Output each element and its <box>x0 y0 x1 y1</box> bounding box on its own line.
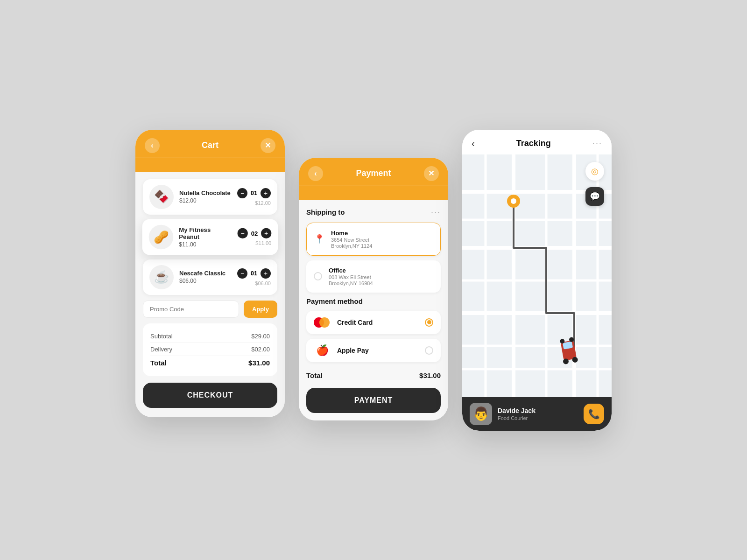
office-radio <box>314 272 322 280</box>
payment-back-icon: ‹ <box>314 169 317 178</box>
nutella-increase-button[interactable]: + <box>261 188 271 198</box>
address-home-card[interactable]: 📍 Home 3654 New Street Brooklyn,NY 1124 <box>306 223 441 256</box>
cart-header: ‹ Cart ✕ <box>135 130 285 172</box>
nescafe-image: ☕ <box>149 265 174 289</box>
peanut-info: My Fitness Peanut $11.00 <box>179 226 232 247</box>
apple-pay-radio <box>425 346 433 355</box>
home-addr-info: Home 3654 New Street Brooklyn,NY 1124 <box>331 230 433 249</box>
credit-card-method[interactable]: Credit Card <box>306 311 441 334</box>
cart-screen: ‹ Cart ✕ 🍫 Nutella Chocolate $12.00 − <box>135 130 285 417</box>
call-courier-button[interactable]: 📞 <box>584 404 604 424</box>
tracking-back-button[interactable]: ‹ <box>472 138 475 149</box>
apple-pay-label: Apple Pay <box>337 347 418 354</box>
call-icon: 📞 <box>588 408 600 420</box>
promo-row: Apply <box>143 301 277 318</box>
map-chat-button[interactable]: 💬 <box>585 187 604 206</box>
payment-body: Shipping to ··· 📍 Home 3654 New Street B… <box>299 200 448 420</box>
svg-point-14 <box>511 198 516 204</box>
peanut-total: $11.00 <box>255 240 271 246</box>
payment-button[interactable]: PAYMENT <box>306 388 441 413</box>
cart-summary: Subtotal $29.00 Delivery $02.00 Total $3… <box>143 323 277 376</box>
mastercard-icon <box>314 317 331 328</box>
home-addr-name: Home <box>331 230 433 237</box>
home-pin-icon: 📍 <box>314 234 324 244</box>
peanut-qty: 02 <box>251 230 258 237</box>
nescafe-decrease-button[interactable]: − <box>237 268 247 279</box>
apple-pay-method[interactable]: 🍎 Apple Pay <box>306 339 441 362</box>
payment-back-button[interactable]: ‹ <box>308 166 323 181</box>
payment-close-button[interactable]: ✕ <box>424 166 439 181</box>
total-row: Total $31.00 <box>150 356 270 370</box>
shipping-dots-button[interactable]: ··· <box>431 207 441 217</box>
map-location-button[interactable]: ◎ <box>585 162 604 181</box>
nutella-name: Nutella Chocolate <box>179 189 232 196</box>
nutella-decrease-button[interactable]: − <box>237 188 247 198</box>
nutella-qty: 01 <box>250 189 258 196</box>
tracking-screen: ‹ Tracking ··· <box>462 130 612 431</box>
payment-method-title: Payment method <box>306 297 363 305</box>
nutella-info: Nutella Chocolate $12.00 <box>179 189 232 204</box>
office-addr-info: Office 008 Wax Eli Street Brooklyn,NY 16… <box>329 267 433 286</box>
courier-bar: 👨 Davide Jack Food Courier 📞 <box>462 397 612 431</box>
nescafe-info: Nescafe Classic $06.00 <box>179 270 232 284</box>
courier-info: Davide Jack Food Courier <box>498 407 578 421</box>
office-addr-line1: 008 Wax Eli Street <box>329 274 433 280</box>
delivery-label: Delivery <box>150 346 172 353</box>
nutella-image: 🍫 <box>149 185 174 209</box>
close-icon: ✕ <box>265 141 271 150</box>
shipping-section-header: Shipping to ··· <box>306 207 441 217</box>
home-addr-line2: Brooklyn,NY 1124 <box>331 243 433 249</box>
delivery-value: $02.00 <box>251 346 270 353</box>
cart-body: 🍫 Nutella Chocolate $12.00 − 01 + $12.00… <box>135 172 285 417</box>
cart-back-button[interactable]: ‹ <box>145 138 160 153</box>
payment-total-label: Total <box>306 371 323 379</box>
peanut-price: $11.00 <box>179 241 232 248</box>
cart-title: Cart <box>202 140 218 150</box>
subtotal-row: Subtotal $29.00 <box>150 330 270 343</box>
cart-item-peanut: 🥜 My Fitness Peanut $11.00 − 02 + $11.00 <box>142 219 278 255</box>
office-addr-name: Office <box>329 267 433 274</box>
back-icon: ‹ <box>151 141 153 150</box>
payment-total-value: $31.00 <box>419 371 441 379</box>
cart-item-nutella: 🍫 Nutella Chocolate $12.00 − 01 + $12.00 <box>143 179 277 215</box>
delivery-row: Delivery $02.00 <box>150 343 270 356</box>
nescafe-controls: − 01 + $06.00 <box>237 268 271 286</box>
office-addr-line2: Brooklyn,NY 16984 <box>329 280 433 286</box>
nescafe-increase-button[interactable]: + <box>261 268 271 279</box>
checkout-button[interactable]: CHECKOUT <box>143 383 277 408</box>
nescafe-name: Nescafe Classic <box>179 270 232 277</box>
apply-promo-button[interactable]: Apply <box>244 301 277 318</box>
total-value: $31.00 <box>248 359 270 367</box>
apple-pay-icon: 🍎 <box>314 345 331 356</box>
payment-header: ‹ Payment ✕ <box>299 158 448 200</box>
address-office-card[interactable]: Office 008 Wax Eli Street Brooklyn,NY 16… <box>306 260 441 293</box>
map-container: ◎ 💬 <box>462 154 612 397</box>
payment-method-section-header: Payment method <box>306 297 441 305</box>
tracking-header: ‹ Tracking ··· <box>462 130 612 154</box>
peanut-decrease-button[interactable]: − <box>238 228 248 238</box>
payment-close-icon: ✕ <box>428 169 434 178</box>
nescafe-total: $06.00 <box>255 280 271 286</box>
peanut-increase-button[interactable]: + <box>261 228 271 238</box>
nutella-controls: − 01 + $12.00 <box>237 188 271 206</box>
credit-card-label: Credit Card <box>337 319 418 326</box>
nutella-price: $12.00 <box>179 197 232 204</box>
chat-icon: 💬 <box>590 191 600 202</box>
payment-title: Payment <box>356 168 391 178</box>
shipping-title: Shipping to <box>306 208 345 216</box>
cart-item-nescafe: ☕ Nescafe Classic $06.00 − 01 + $06.00 <box>143 259 277 295</box>
nutella-total: $12.00 <box>255 200 271 206</box>
total-label: Total <box>150 359 167 367</box>
courier-role: Food Courier <box>498 415 578 421</box>
tracking-dots-button[interactable]: ··· <box>592 139 602 148</box>
credit-card-radio <box>425 318 433 327</box>
cart-close-button[interactable]: ✕ <box>261 138 275 153</box>
courier-name: Davide Jack <box>498 407 578 414</box>
tracking-back-icon: ‹ <box>472 138 475 148</box>
peanut-name: My Fitness Peanut <box>179 226 232 240</box>
peanut-controls: − 02 + $11.00 <box>238 228 272 245</box>
home-addr-line1: 3654 New Street <box>331 237 433 243</box>
promo-input[interactable] <box>143 301 239 318</box>
payment-total-row: Total $31.00 <box>306 367 441 384</box>
payment-screen: ‹ Payment ✕ Shipping to ··· 📍 Home 3654 … <box>299 158 448 420</box>
